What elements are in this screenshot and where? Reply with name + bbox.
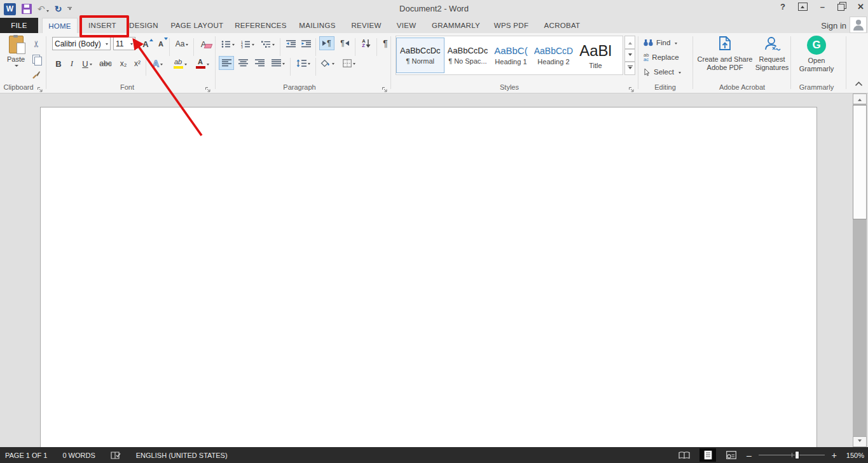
styles-scroll-down-button[interactable] bbox=[624, 49, 635, 62]
document-page[interactable] bbox=[40, 107, 817, 447]
minimize-button[interactable]: – bbox=[820, 2, 825, 11]
help-button[interactable]: ? bbox=[780, 2, 785, 11]
proofing-icon[interactable] bbox=[111, 451, 121, 460]
page-indicator[interactable]: PAGE 1 OF 1 bbox=[5, 452, 47, 459]
web-layout-button[interactable] bbox=[723, 448, 740, 462]
styles-dialog-launcher[interactable] bbox=[628, 84, 635, 90]
tab-wps-pdf[interactable]: WPS PDF bbox=[491, 18, 532, 33]
copy-icon bbox=[32, 55, 40, 64]
account-avatar[interactable] bbox=[850, 17, 867, 33]
font-size-value: 11 bbox=[116, 39, 129, 48]
copy-button[interactable] bbox=[29, 52, 43, 66]
style-heading-2[interactable]: AaBbCcDHeading 2 bbox=[531, 38, 576, 73]
cut-button[interactable]: ✂ bbox=[29, 37, 43, 51]
line-spacing-button[interactable] bbox=[294, 56, 313, 70]
style-no-spacing[interactable]: AaBbCcDc¶ No Spac... bbox=[444, 38, 492, 73]
ltr-text-direction-button[interactable]: ¶ bbox=[319, 36, 334, 50]
style-title[interactable]: AaBlTitle bbox=[576, 38, 615, 73]
change-case-button[interactable]: Aa bbox=[172, 37, 192, 51]
font-size-combobox[interactable]: 11 bbox=[113, 37, 135, 50]
tab-grammarly[interactable]: GRAMMARLY bbox=[429, 18, 483, 33]
clipboard-dialog-launcher[interactable] bbox=[37, 84, 43, 90]
paragraph-dialog-launcher[interactable] bbox=[382, 84, 388, 90]
tab-design[interactable]: DESIGN bbox=[126, 18, 162, 33]
request-signatures-button[interactable]: RequestSignatures bbox=[753, 36, 791, 72]
language-indicator[interactable]: ENGLISH (UNITED STATES) bbox=[136, 452, 228, 459]
show-hide-paragraph-button[interactable]: ¶ bbox=[379, 36, 392, 50]
font-color-button[interactable]: A bbox=[192, 57, 212, 71]
replace-button[interactable]: abac Replace bbox=[644, 52, 679, 63]
tab-home[interactable]: HOME bbox=[42, 18, 78, 33]
text-effects-button[interactable]: A bbox=[149, 57, 167, 71]
vertical-scrollbar[interactable] bbox=[853, 93, 867, 447]
scrollbar-thumb[interactable] bbox=[853, 105, 867, 219]
justify-icon bbox=[272, 59, 281, 67]
tab-file[interactable]: FILE bbox=[0, 18, 38, 33]
increase-indent-button[interactable] bbox=[299, 37, 313, 51]
arrow-down-icon bbox=[366, 39, 371, 48]
zoom-slider-thumb[interactable] bbox=[795, 451, 799, 459]
highlight-swatch bbox=[174, 66, 183, 69]
open-grammarly-button[interactable]: G OpenGrammarly bbox=[794, 36, 839, 73]
grow-font-button[interactable]: A bbox=[139, 37, 153, 51]
scroll-down-button[interactable] bbox=[853, 436, 867, 447]
tab-page-layout[interactable]: PAGE LAYOUT bbox=[168, 18, 226, 33]
sort-button[interactable]: AZ bbox=[359, 36, 374, 50]
align-right-button[interactable] bbox=[252, 56, 267, 70]
sign-in-link[interactable]: Sign in bbox=[821, 21, 846, 31]
styles-gallery-more-button[interactable] bbox=[624, 62, 635, 75]
create-share-pdf-button[interactable]: Create and ShareAdobe PDF bbox=[696, 36, 754, 72]
bullets-button[interactable] bbox=[219, 37, 237, 51]
align-center-button[interactable] bbox=[235, 56, 251, 70]
align-left-button[interactable] bbox=[219, 56, 234, 70]
italic-button[interactable]: I bbox=[66, 57, 78, 71]
clear-formatting-button[interactable]: A bbox=[196, 37, 211, 51]
find-button[interactable]: Find bbox=[644, 37, 677, 48]
justify-button[interactable] bbox=[268, 56, 287, 70]
read-mode-button[interactable] bbox=[676, 448, 692, 462]
zoom-slider[interactable] bbox=[759, 451, 825, 459]
multilevel-list-button[interactable] bbox=[258, 37, 277, 51]
numbering-button[interactable]: 123 bbox=[238, 37, 257, 51]
paragraph-group-label: Paragraph bbox=[216, 83, 383, 91]
print-layout-button[interactable] bbox=[699, 448, 716, 462]
zoom-out-button[interactable]: – bbox=[747, 450, 752, 460]
zoom-level[interactable]: 150% bbox=[844, 452, 864, 459]
restore-button[interactable] bbox=[837, 4, 844, 11]
tab-references[interactable]: REFERENCES bbox=[233, 18, 289, 33]
underline-button[interactable]: U bbox=[79, 57, 95, 71]
binoculars-icon bbox=[644, 39, 653, 46]
subscript-button[interactable]: x₂ bbox=[117, 57, 130, 71]
font-name-combobox[interactable]: Calibri (Body) bbox=[52, 37, 111, 50]
web-page-icon bbox=[726, 451, 736, 459]
superscript-button[interactable]: x² bbox=[131, 57, 144, 71]
style-heading-1[interactable]: AaBbC(Heading 1 bbox=[491, 38, 531, 73]
format-painter-button[interactable] bbox=[29, 67, 43, 81]
paste-button[interactable]: Paste bbox=[4, 36, 28, 67]
font-dialog-launcher[interactable] bbox=[205, 84, 211, 90]
styles-gallery: AaBbCcDc¶ Normal AaBbCcDc¶ No Spac... Aa… bbox=[396, 36, 623, 75]
close-button[interactable]: ✕ bbox=[857, 2, 864, 11]
highlight-color-button[interactable]: ab bbox=[169, 57, 191, 71]
shading-button[interactable] bbox=[318, 56, 337, 70]
rtl-text-direction-button[interactable]: ¶ bbox=[337, 36, 352, 50]
shrink-font-button[interactable]: A bbox=[154, 37, 168, 51]
strikethrough-button[interactable]: abc bbox=[97, 57, 114, 71]
collapse-ribbon-button[interactable] bbox=[855, 78, 863, 89]
style-normal[interactable]: AaBbCcDc¶ Normal bbox=[396, 38, 444, 73]
tab-acrobat[interactable]: ACROBAT bbox=[541, 18, 584, 33]
scroll-up-button[interactable] bbox=[853, 93, 867, 104]
zoom-in-button[interactable]: + bbox=[832, 450, 837, 460]
ribbon-display-options-button[interactable] bbox=[798, 3, 808, 11]
select-button[interactable]: Select bbox=[644, 66, 681, 78]
decrease-indent-button[interactable] bbox=[284, 37, 298, 51]
word-count[interactable]: 0 WORDS bbox=[62, 452, 95, 459]
styles-scroll-up-button[interactable] bbox=[624, 36, 635, 49]
tab-review[interactable]: REVIEW bbox=[347, 18, 385, 33]
font-color-swatch bbox=[196, 66, 205, 69]
tab-mailings[interactable]: MAILINGS bbox=[295, 18, 340, 33]
tab-view[interactable]: VIEW bbox=[392, 18, 421, 33]
bold-button[interactable]: B bbox=[52, 57, 65, 71]
borders-button[interactable] bbox=[340, 56, 359, 70]
chevron-down-icon bbox=[675, 43, 677, 46]
